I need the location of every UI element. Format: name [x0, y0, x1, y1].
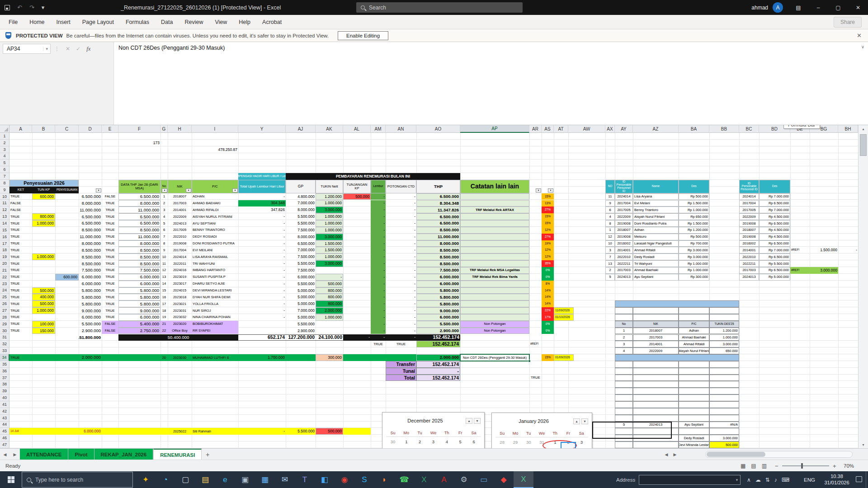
hscroll-right-icon[interactable]: ▶	[671, 449, 679, 460]
edge-icon[interactable]: e	[215, 471, 235, 488]
whatsapp-icon[interactable]: ☎	[394, 471, 414, 488]
cell-F19[interactable]: 8.500.000	[118, 253, 160, 260]
cell-AZ36[interactable]	[633, 368, 679, 375]
cell-AM26[interactable]: -	[371, 300, 386, 307]
cell-AO17[interactable]: 8.000.000	[416, 240, 460, 247]
calendar-date[interactable]: 5	[453, 439, 467, 444]
cell-E17[interactable]: TRUE	[102, 240, 118, 247]
cell-E18[interactable]: TRUE	[102, 247, 118, 253]
column-header-B[interactable]: B	[32, 125, 55, 133]
cell-AP30[interactable]: Non Potongan	[460, 328, 529, 334]
cell-E13[interactable]: TRUE	[102, 213, 118, 220]
column-header-BB[interactable]: BB	[709, 125, 739, 133]
cell-Y27[interactable]: -	[238, 307, 286, 314]
cell-E28[interactable]: TRUE	[102, 314, 118, 321]
cell-BB42[interactable]	[709, 408, 739, 415]
cell-BA13[interactable]: Rp 650.000	[679, 213, 709, 220]
action-center-icon[interactable]	[856, 476, 862, 482]
cell-F2[interactable]: 173	[118, 140, 160, 146]
cell-G18[interactable]: 9	[160, 247, 168, 253]
cell-AZ47[interactable]	[633, 441, 679, 448]
cell-G29[interactable]: 21	[160, 321, 168, 328]
cell-G22[interactable]: 13	[160, 274, 168, 281]
cell-BB43[interactable]	[709, 415, 739, 422]
start-button[interactable]	[0, 471, 22, 488]
cell-BA40[interactable]	[679, 394, 709, 401]
cell-I19[interactable]: LISA ARAYA RAISMAIL	[192, 253, 238, 260]
cell-F13[interactable]: 6.500.000	[118, 213, 160, 220]
formula-input[interactable]: Non CDT 26Des (Pengganti 29-30 Masuk)	[113, 42, 868, 125]
cell-AM13[interactable]: -	[371, 213, 386, 220]
new-sheet-button[interactable]: +	[202, 449, 213, 460]
cell-E22[interactable]: TRUE	[102, 274, 118, 281]
cell-BD15[interactable]: Rp 4.500.000	[759, 227, 790, 234]
column-header-D[interactable]: D	[79, 125, 102, 133]
hscroll-left-icon[interactable]: ◀	[662, 449, 670, 460]
cell-AN13[interactable]: -	[386, 213, 416, 220]
cell-AP29[interactable]: Non Potongan	[460, 321, 529, 328]
row-header-8[interactable]: 8	[0, 180, 9, 187]
cell-AN35[interactable]: Transfer	[386, 361, 416, 368]
cell-H34[interactable]: 2023030	[168, 354, 192, 361]
cell-AN14[interactable]: -	[386, 220, 416, 227]
row-header-43[interactable]: 43	[0, 415, 9, 422]
cell-AK10[interactable]: 1.200.000	[316, 193, 343, 200]
cell-BD14[interactable]: Rp 6.500.000	[759, 220, 790, 227]
cell-F27[interactable]: 9.000.000	[118, 307, 160, 314]
cell-F23[interactable]: 6.000.000	[118, 281, 160, 287]
cell-AP21[interactable]: TRF Melalui Rek MSA Legalitas	[460, 267, 529, 274]
cell-F14[interactable]: 6.500.000	[118, 220, 160, 227]
cell-AZ38[interactable]	[633, 381, 679, 388]
cell-F25[interactable]: 5.800.000	[118, 294, 160, 300]
cell-H10[interactable]: 2018007	[168, 193, 192, 200]
cell-AS13[interactable]: 15%	[542, 213, 554, 220]
cell-Y12[interactable]: 347.826	[238, 206, 286, 213]
cell-AT27[interactable]: 11/09/2026	[554, 307, 574, 314]
cell-AS23[interactable]: 8%	[542, 281, 554, 287]
cell-BD8[interactable]: Des	[759, 180, 790, 193]
minimize-button[interactable]: –	[808, 0, 828, 15]
cell-AZ22[interactable]: Ayu Septiani	[633, 274, 679, 281]
column-header-AM[interactable]: AM	[371, 125, 386, 133]
cell-A25[interactable]: TRUE	[9, 294, 32, 300]
cell-AO22[interactable]: 6.000.000	[416, 274, 460, 281]
cell-A18[interactable]: TRUE	[9, 247, 32, 253]
column-header-F[interactable]: F	[118, 125, 160, 133]
ribbon-tab-view[interactable]: View	[209, 15, 233, 29]
cell-AM29[interactable]: -	[371, 321, 386, 328]
cell-AS29[interactable]: 0%	[542, 321, 554, 328]
calendar-date[interactable]: 28	[495, 440, 509, 445]
cell-F24[interactable]: 5.800.000	[118, 287, 160, 294]
cell-AZ41[interactable]	[633, 401, 679, 408]
cell-D11[interactable]: 8.000.000	[79, 200, 102, 207]
cell-AK19[interactable]: 1.000.000	[316, 253, 343, 260]
calendar-date[interactable]: 3	[575, 440, 588, 445]
cell-I30[interactable]: RR SYAPEI	[192, 328, 238, 334]
cell-AS11[interactable]: 13%	[542, 200, 554, 207]
cell-BA29[interactable]: P/C	[679, 321, 709, 328]
column-header-C[interactable]: C	[55, 125, 79, 133]
cell-AN20[interactable]: -	[386, 260, 416, 267]
cell-H45[interactable]: 2025022	[168, 428, 192, 435]
cell-AK13[interactable]: 1.000.000	[316, 213, 343, 220]
cell-AZ40[interactable]	[633, 394, 679, 401]
cell-E25[interactable]: TRUE	[102, 294, 118, 300]
cell-BD20[interactable]: Rp 5.500.000	[759, 260, 790, 267]
cell-D9[interactable]: ▾	[96, 188, 101, 192]
cell-I17[interactable]: DONI ROSDIANTO PUTRA	[192, 240, 238, 247]
cell-H27[interactable]: 2023031	[168, 307, 192, 314]
cell-A20[interactable]: TRUE	[9, 260, 32, 267]
cell-BA35[interactable]	[679, 361, 709, 368]
cell-B9[interactable]: TUN KP	[32, 187, 55, 193]
cell-AK26[interactable]: 800.000	[316, 300, 343, 307]
cell-AM20[interactable]: -	[371, 260, 386, 267]
cell-AY36[interactable]	[615, 368, 633, 375]
cell-AR9[interactable]: ▾	[536, 188, 541, 192]
cell-G25[interactable]: 16	[160, 294, 168, 300]
cell-D27[interactable]: 9.000.000	[79, 307, 102, 314]
cell-BB41[interactable]	[709, 401, 739, 408]
cell-E29[interactable]: FALSE	[102, 321, 118, 328]
cell-A16[interactable]: TRUE	[9, 234, 32, 240]
row-header-9[interactable]: 9	[0, 187, 9, 193]
cell-BB36[interactable]	[709, 368, 739, 375]
